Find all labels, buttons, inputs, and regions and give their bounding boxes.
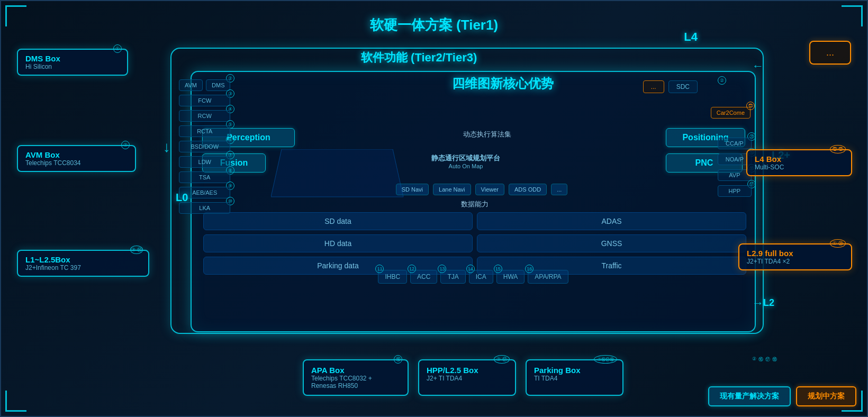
ldw-btn[interactable]: LDW xyxy=(179,156,230,168)
l1l25-box-sub: J2+Infineon TC 397 xyxy=(25,264,141,271)
ihbc-btn[interactable]: IHBC xyxy=(378,270,407,284)
corner-tl xyxy=(5,5,26,26)
corner-bl xyxy=(5,391,26,412)
legend-current-btn[interactable]: 现有量产解决方案 xyxy=(708,386,791,406)
map-platform-sub: Auto On Map xyxy=(271,163,661,169)
parking-box: ②⑯⑰⑱ Parking Box TI TDA4 xyxy=(526,359,623,396)
car2come-area: ㉑ Car2Come xyxy=(711,107,751,119)
arrow-right-bottom: → xyxy=(752,296,764,310)
avm-box: ② AVM Box Telechips TCC8034 xyxy=(17,145,136,172)
avm-box-title: AVM Box xyxy=(25,150,128,159)
top-inner-right-btns: ... SDC xyxy=(643,80,698,93)
sw-title: 软件功能 (Tier2/Tier3) xyxy=(361,50,477,66)
nav-sd-navi[interactable]: SD Navi xyxy=(396,184,429,195)
fcw-btn[interactable]: FCW xyxy=(179,95,230,106)
bottom-boxes: ⑯ APA Box Telechips TCC8032 + Renesas RH… xyxy=(176,359,751,396)
dms-box-sub: Hi Silicon xyxy=(25,63,120,70)
l4-box-sub: Multi-SOC xyxy=(755,164,844,171)
l29-box-sub: J2+TI TDA4 ×2 xyxy=(747,258,844,265)
l0-label: L0 xyxy=(176,192,188,204)
dms-box-title: DMS Box xyxy=(25,54,120,63)
ccap-btn[interactable]: CCA/P xyxy=(718,138,752,149)
lka-btn[interactable]: LKA xyxy=(179,202,230,214)
core-title: 四维图新核心优势 xyxy=(370,75,635,92)
main-container: 软硬一体方案 (Tier1) L4 ... 软件功能 (Tier2/Tier3)… xyxy=(0,0,868,417)
acc-num: 12 xyxy=(408,265,416,273)
l4-box-title: L4 Box xyxy=(755,155,844,164)
data-hd: HD data xyxy=(203,234,473,252)
l1l25-box-title: L1~L2.5Box xyxy=(25,255,141,264)
rcw-btn[interactable]: RCW xyxy=(179,110,230,122)
legend-planned-btn[interactable]: 规划中方案 xyxy=(796,386,856,406)
func-row: 11 IHBC 12 ACC 13 TJA 14 ICA 15 HWA 16 A… xyxy=(191,270,756,284)
apa-box-sub: Telechips TCC8032 + Renesas RH850 xyxy=(311,375,400,389)
hpp-box-title: HPP/L2.5 Box xyxy=(427,366,508,375)
apa-box: ⑯ APA Box Telechips TCC8032 + Renesas RH… xyxy=(303,359,409,396)
legend-section: 现有量产解决方案 规划中方案 xyxy=(708,386,856,406)
main-title: 软硬一体方案 (Tier1) xyxy=(370,16,498,34)
hpp-btn[interactable]: HPP xyxy=(718,185,752,197)
parking-box-sub: TI TDA4 xyxy=(534,375,615,382)
data-adas: ADAS xyxy=(477,212,746,230)
dms-top-btn[interactable]: DMS xyxy=(206,79,230,91)
bottom-right-nums: ②⑯⑰⑱ xyxy=(752,356,777,363)
nav-viewer[interactable]: Viewer xyxy=(475,184,504,195)
map-platform-title: 静态通行区域规划平台 xyxy=(271,149,661,163)
nav-ads-odd[interactable]: ADS ODD xyxy=(509,184,547,195)
nav-lane-navi[interactable]: Lane Navi xyxy=(433,184,471,195)
avm-box-sub: Telechips TCC8034 xyxy=(25,159,128,167)
l2-label: L2 xyxy=(763,297,774,309)
l4-box: ㉑-㉒ L4 Box Multi-SOC xyxy=(746,149,852,176)
parking-box-title: Parking Box xyxy=(534,366,615,375)
l1l25-box: ③-⑭ L1~L2.5Box J2+Infineon TC 397 xyxy=(17,250,149,277)
nav-items-row: SD Navi Lane Navi Viewer ADS ODD ... xyxy=(234,184,729,195)
algo-label: 动态执行算法集 xyxy=(308,130,666,139)
hwa-num: 15 xyxy=(494,265,502,273)
apa-box-title: APA Box xyxy=(311,366,400,375)
arrow-down-left: ↓ xyxy=(163,139,170,156)
l4-label: L4 xyxy=(684,30,698,44)
hpp-box-sub: J2+ TI TDA4 xyxy=(427,375,508,382)
nav-more[interactable]: ... xyxy=(551,184,567,195)
sdc-btn[interactable]: SDC xyxy=(668,80,698,93)
data-ability-title: 数据能力 xyxy=(203,200,746,209)
apa-rpa-btn[interactable]: APA/RPA xyxy=(528,270,568,284)
sdc-num: ② xyxy=(718,76,726,85)
data-grid: SD data ADAS HD data GNSS Parking data T… xyxy=(203,212,746,275)
data-ability-section: 数据能力 SD data ADAS HD data GNSS Parking d… xyxy=(203,200,746,275)
rcta-btn[interactable]: RCTA xyxy=(179,125,230,137)
tsa-btn[interactable]: TSA xyxy=(179,171,230,183)
avm-btn[interactable]: AVM xyxy=(179,79,203,91)
arrow-left-l4: ← xyxy=(752,59,764,73)
l29-box-title: L2.9 full box xyxy=(747,249,844,258)
car2come-btn[interactable]: Car2Come xyxy=(711,107,751,119)
data-sd: SD data xyxy=(203,212,473,230)
ica-num: 14 xyxy=(466,265,475,273)
corner-tr xyxy=(842,5,863,26)
dots-inner-btn[interactable]: ... xyxy=(643,80,664,93)
hpp-box: ②-⑰ HPP/L2.5 Box J2+ TI TDA4 xyxy=(418,359,516,396)
top-right-placeholder: ... xyxy=(809,41,851,65)
bsd-btn[interactable]: BSD/DOW xyxy=(179,141,230,152)
dms-box: ① DMS Box Hi Silicon xyxy=(17,49,128,76)
data-gnss: GNSS xyxy=(477,234,746,252)
l29-box: ①-⑳ L2.9 full box J2+TI TDA4 ×2 xyxy=(738,243,852,270)
